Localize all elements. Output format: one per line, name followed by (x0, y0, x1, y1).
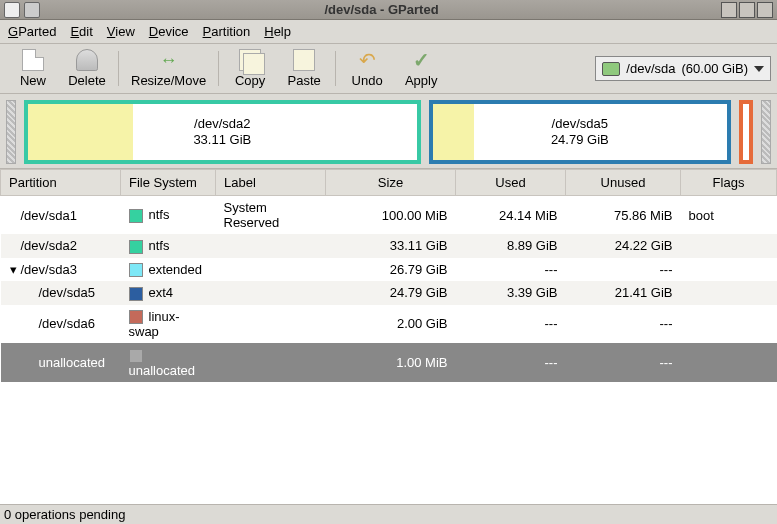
new-icon (22, 49, 44, 71)
device-size: (60.00 GiB) (682, 61, 748, 76)
apply-label: Apply (405, 73, 438, 88)
titlebar: /dev/sda - GParted (0, 0, 777, 20)
menubar: GGPartedParted Edit View Device Partitio… (0, 20, 777, 44)
delete-icon (76, 49, 98, 71)
copy-label: Copy (235, 73, 265, 88)
device-selector[interactable]: /dev/sda (60.00 GiB) (595, 56, 771, 81)
minimize-button[interactable] (721, 2, 737, 18)
table-row[interactable]: ▾/dev/sda3extended26.79 GiB------ (1, 258, 777, 282)
undo-icon (356, 49, 378, 71)
resize-icon (158, 49, 180, 71)
new-button[interactable]: New (6, 47, 60, 90)
new-label: New (20, 73, 46, 88)
menu-help[interactable]: Help (264, 24, 291, 39)
table-row[interactable]: /dev/sda6linux-swap2.00 GiB------ (1, 305, 777, 344)
resize-button[interactable]: Resize/Move (123, 47, 214, 90)
partition-map: /dev/sda2 33.11 GiB /dev/sda5 24.79 GiB (0, 94, 777, 168)
paste-label: Paste (288, 73, 321, 88)
partition-table: Partition File System Label Size Used Un… (0, 168, 777, 504)
apply-icon (410, 49, 432, 71)
copy-icon (239, 49, 261, 71)
app-icon (4, 2, 20, 18)
partition-block-size: 33.11 GiB (193, 132, 251, 148)
menu-view[interactable]: View (107, 24, 135, 39)
undo-label: Undo (352, 73, 383, 88)
toolbar-separator (335, 51, 336, 86)
col-partition[interactable]: Partition (1, 170, 121, 196)
menu-edit[interactable]: Edit (70, 24, 92, 39)
table-row[interactable]: unallocatedunallocated1.00 MiB------ (1, 343, 777, 382)
partition-block-sda2[interactable]: /dev/sda2 33.11 GiB (24, 100, 421, 164)
partition-block-swap[interactable] (739, 100, 753, 164)
partition-block-label: /dev/sda2 (193, 116, 251, 132)
col-size[interactable]: Size (326, 170, 456, 196)
maximize-button[interactable] (739, 2, 755, 18)
partition-block-size: 24.79 GiB (551, 132, 609, 148)
device-name: /dev/sda (626, 61, 675, 76)
col-label[interactable]: Label (216, 170, 326, 196)
status-bar: 0 operations pending (0, 504, 777, 524)
paste-button[interactable]: Paste (277, 47, 331, 90)
toolbar-separator (118, 51, 119, 86)
partition-block-sda5[interactable]: /dev/sda5 24.79 GiB (429, 100, 731, 164)
col-fs[interactable]: File System (121, 170, 216, 196)
app-secondary-icon (24, 2, 40, 18)
undo-button[interactable]: Undo (340, 47, 394, 90)
resize-label: Resize/Move (131, 73, 206, 88)
partition-block-label: /dev/sda5 (551, 116, 609, 132)
col-unused[interactable]: Unused (566, 170, 681, 196)
table-row[interactable]: /dev/sda1ntfsSystem Reserved100.00 MiB24… (1, 196, 777, 235)
table-row[interactable]: /dev/sda2ntfs33.11 GiB8.89 GiB24.22 GiB (1, 234, 777, 258)
chevron-down-icon (754, 66, 764, 72)
apply-button[interactable]: Apply (394, 47, 448, 90)
menu-partition[interactable]: Partition (203, 24, 251, 39)
col-used[interactable]: Used (456, 170, 566, 196)
toolbar-separator (218, 51, 219, 86)
delete-button[interactable]: Delete (60, 47, 114, 90)
toolbar: New Delete Resize/Move Copy Paste Undo A… (0, 44, 777, 94)
copy-button[interactable]: Copy (223, 47, 277, 90)
delete-label: Delete (68, 73, 106, 88)
col-flags[interactable]: Flags (681, 170, 777, 196)
partition-hatch-left (6, 100, 16, 164)
disk-icon (602, 62, 620, 76)
paste-icon (293, 49, 315, 71)
table-row[interactable]: /dev/sda5ext424.79 GiB3.39 GiB21.41 GiB (1, 281, 777, 305)
partition-hatch-right (761, 100, 771, 164)
menu-device[interactable]: Device (149, 24, 189, 39)
close-button[interactable] (757, 2, 773, 18)
menu-gparted[interactable]: GGPartedParted (8, 24, 56, 39)
window-title: /dev/sda - GParted (44, 2, 719, 17)
